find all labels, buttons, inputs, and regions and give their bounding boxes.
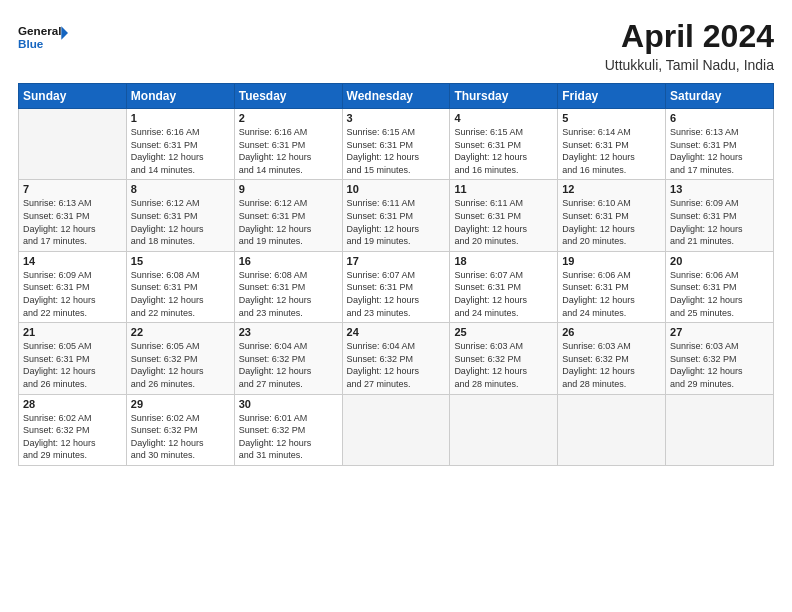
day-number: 6 (670, 112, 769, 124)
day-number: 30 (239, 398, 338, 410)
day-info: Sunrise: 6:10 AM Sunset: 6:31 PM Dayligh… (562, 197, 661, 247)
weekday-header-wednesday: Wednesday (342, 84, 450, 109)
day-number: 2 (239, 112, 338, 124)
day-number: 13 (670, 183, 769, 195)
day-number: 7 (23, 183, 122, 195)
calendar-cell: 15Sunrise: 6:08 AM Sunset: 6:31 PM Dayli… (126, 251, 234, 322)
day-info: Sunrise: 6:06 AM Sunset: 6:31 PM Dayligh… (670, 269, 769, 319)
day-number: 27 (670, 326, 769, 338)
calendar-cell: 18Sunrise: 6:07 AM Sunset: 6:31 PM Dayli… (450, 251, 558, 322)
calendar-cell: 4Sunrise: 6:15 AM Sunset: 6:31 PM Daylig… (450, 109, 558, 180)
calendar-cell (666, 394, 774, 465)
day-number: 16 (239, 255, 338, 267)
day-info: Sunrise: 6:15 AM Sunset: 6:31 PM Dayligh… (347, 126, 446, 176)
day-info: Sunrise: 6:04 AM Sunset: 6:32 PM Dayligh… (239, 340, 338, 390)
day-info: Sunrise: 6:11 AM Sunset: 6:31 PM Dayligh… (454, 197, 553, 247)
day-number: 22 (131, 326, 230, 338)
calendar-table: SundayMondayTuesdayWednesdayThursdayFrid… (18, 83, 774, 466)
day-number: 12 (562, 183, 661, 195)
day-number: 5 (562, 112, 661, 124)
day-info: Sunrise: 6:03 AM Sunset: 6:32 PM Dayligh… (562, 340, 661, 390)
header: General Blue April 2024 Uttukkuli, Tamil… (18, 18, 774, 73)
day-number: 3 (347, 112, 446, 124)
day-number: 29 (131, 398, 230, 410)
day-number: 20 (670, 255, 769, 267)
day-info: Sunrise: 6:16 AM Sunset: 6:31 PM Dayligh… (239, 126, 338, 176)
day-info: Sunrise: 6:12 AM Sunset: 6:31 PM Dayligh… (131, 197, 230, 247)
day-number: 17 (347, 255, 446, 267)
calendar-cell: 20Sunrise: 6:06 AM Sunset: 6:31 PM Dayli… (666, 251, 774, 322)
calendar-cell: 3Sunrise: 6:15 AM Sunset: 6:31 PM Daylig… (342, 109, 450, 180)
day-info: Sunrise: 6:05 AM Sunset: 6:31 PM Dayligh… (23, 340, 122, 390)
day-info: Sunrise: 6:14 AM Sunset: 6:31 PM Dayligh… (562, 126, 661, 176)
day-number: 1 (131, 112, 230, 124)
day-info: Sunrise: 6:07 AM Sunset: 6:31 PM Dayligh… (454, 269, 553, 319)
svg-text:General: General (18, 24, 61, 37)
calendar-cell: 2Sunrise: 6:16 AM Sunset: 6:31 PM Daylig… (234, 109, 342, 180)
calendar-cell: 10Sunrise: 6:11 AM Sunset: 6:31 PM Dayli… (342, 180, 450, 251)
calendar-cell: 1Sunrise: 6:16 AM Sunset: 6:31 PM Daylig… (126, 109, 234, 180)
weekday-header-friday: Friday (558, 84, 666, 109)
day-info: Sunrise: 6:08 AM Sunset: 6:31 PM Dayligh… (239, 269, 338, 319)
day-info: Sunrise: 6:02 AM Sunset: 6:32 PM Dayligh… (23, 412, 122, 462)
day-number: 25 (454, 326, 553, 338)
calendar-week-row: 21Sunrise: 6:05 AM Sunset: 6:31 PM Dayli… (19, 323, 774, 394)
weekday-header-saturday: Saturday (666, 84, 774, 109)
calendar-cell: 13Sunrise: 6:09 AM Sunset: 6:31 PM Dayli… (666, 180, 774, 251)
day-info: Sunrise: 6:09 AM Sunset: 6:31 PM Dayligh… (670, 197, 769, 247)
calendar-cell (558, 394, 666, 465)
day-info: Sunrise: 6:15 AM Sunset: 6:31 PM Dayligh… (454, 126, 553, 176)
calendar-cell: 16Sunrise: 6:08 AM Sunset: 6:31 PM Dayli… (234, 251, 342, 322)
day-number: 28 (23, 398, 122, 410)
calendar-cell: 28Sunrise: 6:02 AM Sunset: 6:32 PM Dayli… (19, 394, 127, 465)
day-number: 23 (239, 326, 338, 338)
calendar-cell: 27Sunrise: 6:03 AM Sunset: 6:32 PM Dayli… (666, 323, 774, 394)
day-info: Sunrise: 6:05 AM Sunset: 6:32 PM Dayligh… (131, 340, 230, 390)
calendar-cell: 30Sunrise: 6:01 AM Sunset: 6:32 PM Dayli… (234, 394, 342, 465)
day-info: Sunrise: 6:12 AM Sunset: 6:31 PM Dayligh… (239, 197, 338, 247)
day-number: 8 (131, 183, 230, 195)
logo-svg: General Blue (18, 18, 68, 58)
weekday-header-sunday: Sunday (19, 84, 127, 109)
calendar-week-row: 1Sunrise: 6:16 AM Sunset: 6:31 PM Daylig… (19, 109, 774, 180)
day-info: Sunrise: 6:13 AM Sunset: 6:31 PM Dayligh… (670, 126, 769, 176)
day-number: 14 (23, 255, 122, 267)
day-number: 11 (454, 183, 553, 195)
weekday-header-tuesday: Tuesday (234, 84, 342, 109)
day-number: 24 (347, 326, 446, 338)
calendar-week-row: 7Sunrise: 6:13 AM Sunset: 6:31 PM Daylig… (19, 180, 774, 251)
day-info: Sunrise: 6:13 AM Sunset: 6:31 PM Dayligh… (23, 197, 122, 247)
weekday-header-thursday: Thursday (450, 84, 558, 109)
calendar-cell: 29Sunrise: 6:02 AM Sunset: 6:32 PM Dayli… (126, 394, 234, 465)
calendar-cell: 6Sunrise: 6:13 AM Sunset: 6:31 PM Daylig… (666, 109, 774, 180)
day-number: 18 (454, 255, 553, 267)
calendar-cell: 8Sunrise: 6:12 AM Sunset: 6:31 PM Daylig… (126, 180, 234, 251)
day-info: Sunrise: 6:03 AM Sunset: 6:32 PM Dayligh… (454, 340, 553, 390)
calendar-cell: 24Sunrise: 6:04 AM Sunset: 6:32 PM Dayli… (342, 323, 450, 394)
day-info: Sunrise: 6:01 AM Sunset: 6:32 PM Dayligh… (239, 412, 338, 462)
calendar-cell: 23Sunrise: 6:04 AM Sunset: 6:32 PM Dayli… (234, 323, 342, 394)
day-number: 9 (239, 183, 338, 195)
logo: General Blue (18, 18, 68, 58)
svg-text:Blue: Blue (18, 37, 44, 50)
calendar-week-row: 28Sunrise: 6:02 AM Sunset: 6:32 PM Dayli… (19, 394, 774, 465)
day-number: 21 (23, 326, 122, 338)
day-number: 15 (131, 255, 230, 267)
calendar-cell (450, 394, 558, 465)
day-info: Sunrise: 6:02 AM Sunset: 6:32 PM Dayligh… (131, 412, 230, 462)
calendar-cell: 9Sunrise: 6:12 AM Sunset: 6:31 PM Daylig… (234, 180, 342, 251)
day-info: Sunrise: 6:09 AM Sunset: 6:31 PM Dayligh… (23, 269, 122, 319)
day-info: Sunrise: 6:03 AM Sunset: 6:32 PM Dayligh… (670, 340, 769, 390)
page: General Blue April 2024 Uttukkuli, Tamil… (0, 0, 792, 612)
calendar-cell: 17Sunrise: 6:07 AM Sunset: 6:31 PM Dayli… (342, 251, 450, 322)
calendar-cell: 5Sunrise: 6:14 AM Sunset: 6:31 PM Daylig… (558, 109, 666, 180)
calendar-header-row: SundayMondayTuesdayWednesdayThursdayFrid… (19, 84, 774, 109)
calendar-cell: 25Sunrise: 6:03 AM Sunset: 6:32 PM Dayli… (450, 323, 558, 394)
calendar-cell: 7Sunrise: 6:13 AM Sunset: 6:31 PM Daylig… (19, 180, 127, 251)
calendar-cell: 19Sunrise: 6:06 AM Sunset: 6:31 PM Dayli… (558, 251, 666, 322)
calendar-cell (19, 109, 127, 180)
title-block: April 2024 Uttukkuli, Tamil Nadu, India (605, 18, 774, 73)
day-info: Sunrise: 6:08 AM Sunset: 6:31 PM Dayligh… (131, 269, 230, 319)
calendar-cell (342, 394, 450, 465)
day-number: 10 (347, 183, 446, 195)
